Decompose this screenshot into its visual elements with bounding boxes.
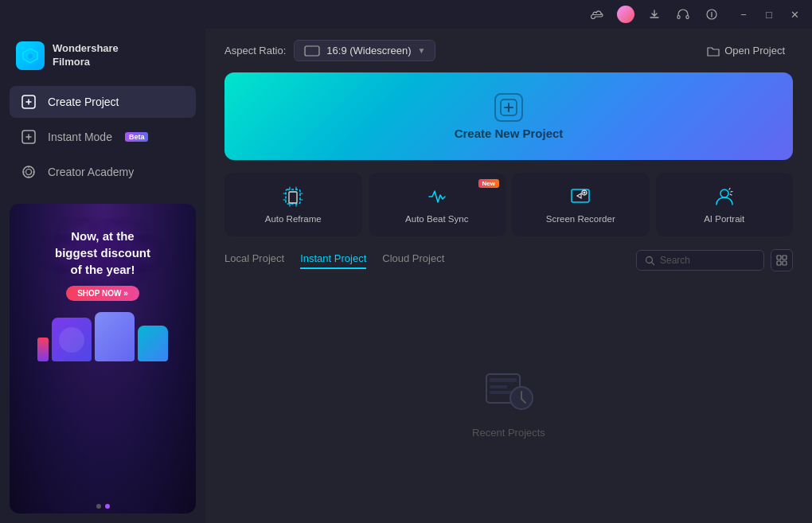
promo-shop-button[interactable]: SHOP NOW » (66, 286, 139, 301)
title-bar: − □ ✕ (0, 0, 812, 29)
project-tabs: Local Project Instant Project Cloud Proj… (224, 252, 444, 269)
svg-rect-1 (686, 16, 689, 19)
auto-beat-sync-label: Auto Beat Sync (405, 214, 468, 224)
logo-section: Wondershare Filmora (0, 29, 205, 86)
search-icon (645, 256, 655, 266)
svg-rect-20 (783, 256, 787, 260)
cloud-icon[interactable] (586, 3, 608, 25)
svg-point-17 (720, 189, 728, 197)
close-button[interactable]: ✕ (783, 3, 806, 25)
svg-rect-22 (783, 261, 787, 265)
screen-recorder-label: Screen Recorder (546, 214, 615, 224)
tab-local-project[interactable]: Local Project (224, 252, 284, 269)
promo-title: Now, at the biggest discount of the year… (55, 228, 150, 278)
logo-icon (16, 41, 45, 70)
svg-rect-26 (490, 391, 512, 394)
auto-beat-sync-icon (426, 185, 448, 208)
auto-reframe-card[interactable]: Auto Reframe (224, 173, 362, 236)
auto-beat-sync-card[interactable]: New Auto Beat Sync (369, 173, 506, 236)
screen-recorder-card[interactable]: Screen Recorder (512, 173, 650, 236)
beta-badge: Beta (125, 132, 149, 142)
svg-rect-21 (777, 261, 781, 265)
grid-toggle-button[interactable] (771, 249, 793, 271)
window-controls: − □ ✕ (732, 3, 806, 25)
create-new-project-banner[interactable]: Create New Project (224, 72, 793, 160)
maximize-button[interactable]: □ (758, 3, 780, 25)
tab-cloud-project[interactable]: Cloud Project (382, 252, 444, 269)
dot-2[interactable] (105, 504, 110, 509)
headphone-icon[interactable] (672, 3, 694, 25)
open-project-button[interactable]: Open Project (699, 41, 793, 60)
minimize-button[interactable]: − (732, 3, 755, 25)
promo-section: Now, at the biggest discount of the year… (10, 204, 196, 513)
search-input[interactable] (660, 255, 755, 266)
tabs-right (636, 249, 793, 271)
tabs-row: Local Project Instant Project Cloud Proj… (224, 249, 793, 271)
avatar-icon[interactable] (615, 3, 637, 25)
create-project-icon (21, 94, 38, 110)
svg-rect-10 (305, 46, 319, 56)
dot-1[interactable] (96, 504, 101, 509)
aspect-ratio-label: Aspect Ratio: (224, 45, 286, 57)
aspect-ratio-section: Aspect Ratio: 16:9 (Widescreen) ▼ (224, 40, 435, 61)
auto-reframe-label: Auto Reframe (265, 214, 322, 224)
promo-illustration (37, 307, 168, 361)
quick-actions: Auto Reframe New Auto Beat Sync (224, 173, 793, 236)
sidebar-item-instant-mode[interactable]: Instant Mode Beta (10, 121, 196, 153)
ai-portrait-icon (713, 185, 736, 208)
info-icon[interactable] (701, 3, 723, 25)
content-area: Aspect Ratio: 16:9 (Widescreen) ▼ Open P… (205, 29, 812, 523)
svg-point-16 (584, 192, 586, 194)
screen-recorder-icon (569, 185, 591, 208)
aspect-ratio-value: 16:9 (Widescreen) (326, 45, 411, 57)
download-icon[interactable] (643, 3, 666, 25)
creator-academy-label: Creator Academy (48, 166, 134, 178)
open-project-label: Open Project (724, 45, 785, 57)
svg-rect-24 (490, 378, 517, 382)
recent-projects-icon (483, 366, 534, 417)
instant-mode-label: Instant Mode (48, 131, 112, 143)
tab-instant-project[interactable]: Instant Project (300, 252, 366, 269)
svg-point-9 (26, 170, 32, 175)
recent-projects-label: Recent Projects (472, 427, 545, 439)
empty-state: Recent Projects (224, 281, 793, 523)
search-box[interactable] (636, 250, 764, 271)
instant-mode-icon (21, 129, 38, 145)
ai-portrait-card[interactable]: AI Portrait (656, 173, 794, 236)
svg-rect-19 (777, 256, 781, 260)
new-badge: New (478, 179, 499, 188)
sidebar: Wondershare Filmora Create Project (0, 29, 205, 523)
chevron-down-icon: ▼ (418, 46, 426, 55)
ai-portrait-label: AI Portrait (704, 214, 744, 224)
aspect-ratio-select[interactable]: 16:9 (Widescreen) ▼ (294, 40, 435, 61)
nav-items: Create Project Instant Mode Beta (0, 86, 205, 188)
sidebar-item-create-project[interactable]: Create Project (10, 86, 196, 118)
svg-rect-13 (289, 192, 297, 203)
svg-rect-25 (490, 385, 507, 388)
svg-point-18 (646, 256, 653, 263)
creator-academy-icon (21, 164, 38, 180)
create-project-label: Create Project (48, 96, 119, 108)
auto-reframe-icon (282, 185, 304, 208)
svg-rect-0 (677, 16, 680, 19)
create-plus-icon (494, 93, 523, 122)
create-new-project-label: Create New Project (455, 127, 564, 140)
projects-section: Local Project Instant Project Cloud Proj… (205, 249, 812, 523)
logo-text: Wondershare Filmora (53, 42, 119, 69)
sidebar-item-creator-academy[interactable]: Creator Academy (10, 156, 196, 188)
top-bar: Aspect Ratio: 16:9 (Widescreen) ▼ Open P… (205, 29, 812, 72)
